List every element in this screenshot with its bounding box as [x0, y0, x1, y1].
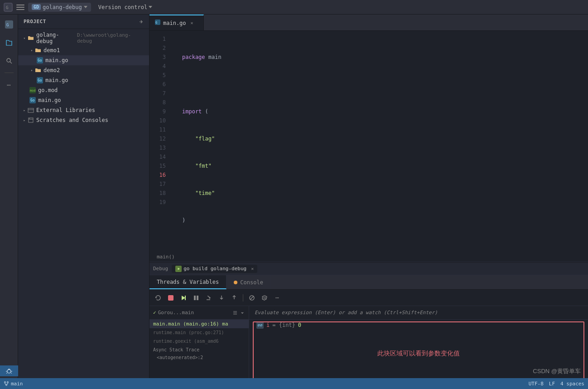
goroutine-label: Gorou...main	[158, 310, 194, 316]
folder-icon-demo1	[34, 47, 42, 54]
bottom-session-bar: Debug go build golang-debug ✕	[149, 263, 588, 275]
debug-stepout-btn[interactable]	[229, 293, 239, 303]
threads-variables-tab[interactable]: Threads & Variables	[149, 275, 227, 289]
tree-item-gomod[interactable]: mod go.mod	[18, 85, 149, 95]
go-file-icon-root-main: Go	[29, 97, 36, 104]
debug-settings-btn[interactable]	[260, 293, 270, 303]
svg-text:G: G	[155, 21, 157, 24]
debug-toolbar-sep1	[243, 294, 243, 301]
status-right: UTF-8 LF 4 spaces	[529, 381, 584, 387]
threads-menu-icon[interactable]	[232, 310, 238, 316]
tree-label-demo1: demo1	[43, 47, 60, 53]
threads-header: ✓ Gorou...main	[149, 306, 249, 320]
tree-label-demo2: demo2	[43, 67, 60, 73]
eval-expression-input[interactable]: Evaluate expression (Enter) or add a wat…	[249, 306, 588, 320]
thread-item-goexit[interactable]: runtime.goexit (asm_amd6	[149, 337, 249, 345]
app-badge: GD	[32, 4, 41, 10]
threads-expand-icon[interactable]	[240, 310, 245, 316]
hamburger-menu[interactable]	[16, 3, 24, 11]
breadcrumb: main()	[149, 252, 588, 262]
thread-item-main-main[interactable]: main.main (main.go:16) ma	[149, 320, 249, 328]
icon-project[interactable]	[3, 36, 15, 49]
var-value: 0	[298, 322, 301, 328]
icon-more[interactable]: ⋯	[3, 78, 15, 91]
editor-tab-main[interactable]: G main.go ✕	[149, 15, 204, 30]
tree-label-external: External Libraries	[36, 107, 95, 113]
tree-item-scratches[interactable]: Scratches and Consoles	[18, 115, 149, 125]
editor-tab-bar: G main.go ✕	[149, 15, 588, 31]
console-dot	[234, 281, 237, 284]
version-control-label: Version control	[98, 4, 147, 10]
icon-bar: G ⋯	[0, 15, 18, 389]
tree-item-demo2-main[interactable]: Go main.go	[18, 75, 149, 85]
session-tab-close[interactable]: ✕	[251, 266, 254, 271]
session-tab-label: go build golang-debug	[183, 266, 246, 272]
tree-arrow-root	[22, 35, 27, 41]
git-icon	[4, 381, 9, 386]
app-switcher[interactable]: GD golang-debug	[28, 3, 91, 12]
tree-item-root[interactable]: golang-debug D:\wwwroot\golang-debug	[18, 31, 149, 45]
tree-arrow-scratches	[22, 117, 27, 123]
tree-item-external[interactable]: External Libraries	[18, 105, 149, 115]
tree-item-main-root[interactable]: Go main.go	[18, 95, 149, 105]
debug-restart-btn[interactable]	[153, 293, 163, 303]
tree-item-demo1[interactable]: demo1	[18, 45, 149, 55]
tab-close-main[interactable]: ✕	[189, 20, 195, 26]
app-name-label: golang-debug	[43, 4, 82, 10]
code-content[interactable]: package main import ( "flag" "fmt" "time…	[171, 31, 588, 252]
code-editor[interactable]: 1 2 3 4 5 6 7 8 9 10 11 12 13 14 15 16 1	[149, 31, 588, 252]
tree-label-root: golang-debug	[36, 32, 75, 44]
debug-inner: ✓ Gorou...main main.main (main.go:16) ma…	[149, 306, 588, 389]
tree-item-demo1-main[interactable]: Go main.go	[18, 55, 149, 65]
svg-point-18	[29, 118, 30, 119]
svg-text:Go: Go	[30, 98, 35, 102]
tree-label-demo1-main: main.go	[45, 57, 68, 63]
sidebar: Project golang-debug D:\wwwroot\golang-d…	[18, 15, 149, 389]
console-tab[interactable]: Console	[227, 275, 271, 289]
csdn-watermark: CSDN @黄昏单车	[533, 367, 581, 375]
external-icon	[27, 107, 34, 114]
debug-stop-btn[interactable]	[166, 293, 176, 303]
svg-rect-14	[28, 108, 34, 112]
debug-stepover-btn[interactable]	[204, 293, 214, 303]
icon-app-logo[interactable]: G	[3, 18, 15, 31]
code-line-7: )	[175, 216, 588, 225]
debug-bottom-icon[interactable]	[0, 365, 18, 376]
debug-more-btn[interactable]: ⋯	[272, 293, 282, 303]
version-control-menu[interactable]: Version control	[95, 3, 156, 12]
tree-item-demo2[interactable]: demo2	[18, 65, 149, 75]
check-icon: ✓	[153, 310, 156, 316]
debug-toolbar: ⋯	[149, 290, 588, 306]
sidebar-content: golang-debug D:\wwwroot\golang-debug dem…	[18, 29, 149, 389]
debug-main-tabs: Threads & Variables Console	[149, 275, 588, 290]
status-indent: 4 spaces	[560, 381, 584, 387]
tree-path-root: D:\wwwroot\golang-debug	[77, 32, 145, 44]
annotation-box: 此块区域可以看到参数变化值	[253, 321, 584, 385]
debug-mute-btn[interactable]	[247, 293, 257, 303]
session-tab-active[interactable]: go build golang-debug ✕	[172, 265, 257, 273]
code-line-5: "fmt"	[175, 161, 588, 170]
svg-text:G: G	[6, 5, 8, 10]
icon-search[interactable]	[3, 54, 15, 67]
session-icon	[175, 266, 182, 272]
debug-pause-btn[interactable]	[191, 293, 201, 303]
code-line-4: "flag"	[175, 134, 588, 143]
code-line-8	[175, 243, 588, 252]
auto-generated-item[interactable]: <autogenerated>:2	[149, 354, 249, 361]
debug-stepinto-btn[interactable]	[217, 293, 227, 303]
tree-label-demo2-main: main.go	[45, 77, 68, 83]
eval-placeholder: Evaluate expression (Enter) or add a wat…	[255, 310, 438, 316]
scratches-icon	[27, 117, 34, 124]
console-tab-label: Console	[240, 279, 263, 286]
svg-line-32	[250, 296, 254, 300]
svg-line-5	[10, 62, 12, 63]
tree-arrow-demo2	[29, 68, 34, 73]
sidebar-header: Project	[18, 15, 149, 29]
debug-resume-btn[interactable]	[178, 293, 188, 303]
sidebar-expand-icon[interactable]	[138, 19, 144, 24]
thread-item-runtime-main[interactable]: runtime.main (proc.go:271)	[149, 328, 249, 337]
svg-rect-23	[168, 295, 174, 301]
svg-line-40	[6, 373, 7, 374]
mod-file-icon: mod	[29, 87, 36, 94]
debug-tab-label[interactable]: Debug	[153, 266, 168, 272]
